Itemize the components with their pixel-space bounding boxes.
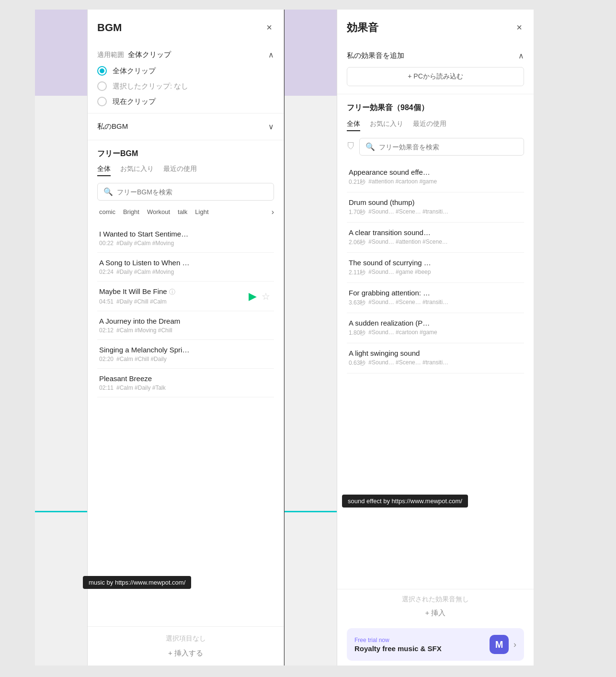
song-tags-5: #Calm #Chill #Daily [116,356,167,362]
bgm-tag-comic[interactable]: comic [97,207,117,216]
free-bgm-title: フリーBGM [97,149,274,159]
my-bgm-header[interactable]: 私のBGM ∨ [97,122,274,131]
sfx-duration-6: 1.80秒 [349,329,365,337]
scope-option-selected[interactable]: 選択したクリップ: なし [97,81,274,91]
sfx-meta-5: 3.63秒 #Sound… #Scene… #transiti… [349,299,522,307]
song-star-button-3[interactable]: ☆ [262,291,270,302]
sfx-item-4[interactable]: The sound of scurrying … 2.11秒 #Sound… #… [347,253,524,283]
promo-banner[interactable]: Free trial now Royalty free music & SFX … [347,628,524,661]
scope-section: 適用範囲 全体クリップ ∧ 全体クリップ 選択したクリップ: なし 現在クリップ [88,44,284,113]
song-item-5[interactable]: Singing a Melancholy Spri… 02:20 #Calm #… [97,340,274,369]
bgm-insert-button[interactable]: + 挿入する [168,649,203,658]
song-meta-6: 02:11 #Calm #Daily #Talk [99,384,272,391]
sfx-item-1[interactable]: Appearance sound effe… 0.21秒 #attention … [347,162,524,192]
scope-radio-all[interactable] [97,66,107,76]
sfx-meta-3: 2.06秒 #Sound… #attention #Scene… [349,238,522,247]
bgm-tab-recent[interactable]: 最近の使用 [163,165,197,176]
sfx-my-section: 私の効果音を追加 ∧ + PCから読み込む [337,44,534,94]
bgm-tabs: 全体 お気に入り 最近の使用 [97,165,274,176]
sfx-item-2[interactable]: Drum sound (thump) 1.70秒 #Sound… #Scene…… [347,192,524,223]
sfx-meta-4: 2.11秒 #Sound… #game #beep [349,269,522,277]
sfx-tab-favorites[interactable]: お気に入り [370,120,403,131]
sfx-duration-7: 0.63秒 [349,359,365,367]
sfx-meta-2: 1.70秒 #Sound… #Scene… #transiti… [349,208,522,216]
promo-arrow-icon[interactable]: › [513,640,516,650]
sfx-item-3[interactable]: A clear transition sound… 2.06秒 #Sound… … [347,223,524,253]
song-meta-2: 02:24 #Daily #Calm #Moving [99,269,272,275]
sfx-list: Appearance sound effe… 0.21秒 #attention … [347,162,524,589]
song-play-button-3[interactable]: ▶ [249,290,257,303]
sfx-footer: 選択された効果音無し + 挿入 [337,589,534,623]
song-item-2[interactable]: A Song to Listen to When … 02:24 #Daily … [97,253,274,282]
sfx-item-6[interactable]: A sudden realization (P… 1.80秒 #Sound… #… [347,313,524,343]
sfx-tabs: 全体 お気に入り 最近の使用 [347,120,524,131]
bgm-search-icon: 🔍 [103,187,113,196]
sfx-panel: 効果音 × 私の効果音を追加 ∧ + PCから読み込む フリー効果音（984個）… [337,10,534,666]
scope-radio-selected[interactable] [97,81,107,91]
sfx-duration-3: 2.06秒 [349,238,365,247]
scope-current-value: 全体クリップ [128,50,171,59]
sfx-filter-icon[interactable]: ⛉ [347,142,355,152]
sfx-pc-import-button[interactable]: + PCから読み込む [347,67,524,86]
song-time-4: 02:12 [99,327,114,334]
song-item-6[interactable]: Pleasant Breeze 02:11 #Calm #Daily #Talk [97,369,274,397]
song-time-1: 00:22 [99,240,114,247]
song-item-3[interactable]: Maybe It Will Be Fine ⓘ 04:51 #Daily #Ch… [97,282,274,311]
sfx-my-chevron[interactable]: ∧ [518,51,524,60]
song-item-1[interactable]: I Wanted to Start Sentime… 00:22 #Daily … [97,224,274,253]
right-bg-bar [285,511,337,512]
right-bg-purple [285,10,337,96]
song-title-1: I Wanted to Start Sentime… [99,230,272,238]
scope-header[interactable]: 適用範囲 全体クリップ ∧ [97,50,274,59]
sfx-free-title: フリー効果音（984個） [347,103,524,113]
scope-option-current[interactable]: 現在クリップ [97,97,274,106]
song-tags-6: #Calm #Daily #Talk [116,384,166,391]
sfx-title: 効果音 [347,21,378,35]
song-meta-3: 04:51 #Daily #Chill #Calm [99,298,272,305]
song-time-2: 02:24 [99,269,114,275]
bgm-tag-more-arrow[interactable]: › [272,208,274,216]
bgm-search-bar: 🔍 [97,183,274,201]
sfx-search-input[interactable] [379,143,518,151]
bgm-tag-light[interactable]: Light [193,207,210,216]
song-title-5: Singing a Melancholy Spri… [99,346,272,354]
bgm-close-button[interactable]: × [264,20,274,35]
scope-option-all[interactable]: 全体クリップ [97,66,274,76]
sfx-my-title: 私の効果音を追加 [347,51,404,60]
bgm-tag-workout[interactable]: Workout [145,207,172,216]
bgm-tag-bright[interactable]: Bright [121,207,141,216]
bgm-tag-talk[interactable]: talk [176,207,189,216]
my-bgm-section: 私のBGM ∨ [88,113,284,140]
scope-label: 適用範囲 [97,51,124,59]
sfx-close-button[interactable]: × [514,20,524,35]
bgm-tab-all[interactable]: 全体 [97,165,111,176]
scope-radio-current[interactable] [97,97,107,106]
sfx-tab-recent[interactable]: 最近の使用 [413,120,446,131]
song-title-6: Pleasant Breeze [99,374,272,383]
sfx-title-1: Appearance sound effe… [349,168,522,176]
sfx-tags-4: #Sound… #game #beep [368,269,431,277]
bgm-tags-row: comic Bright Workout talk Light › [97,207,274,216]
scope-label-current: 現在クリップ [113,97,156,106]
my-bgm-title: 私のBGM [97,122,128,131]
sfx-my-header[interactable]: 私の効果音を追加 ∧ [347,51,524,60]
scope-chevron[interactable]: ∧ [268,50,274,59]
promo-main-label: Royalty free music & SFX [354,644,485,653]
song-meta-5: 02:20 #Calm #Chill #Daily [99,356,272,362]
sfx-tooltip: sound effect by https://www.mewpot.com/ [342,495,468,508]
sfx-item-7[interactable]: A light swinging sound 0.63秒 #Sound… #Sc… [347,343,524,373]
my-bgm-chevron[interactable]: ∨ [268,122,274,131]
sfx-item-5[interactable]: For grabbing attention: … 3.63秒 #Sound… … [347,283,524,313]
song-meta-1: 00:22 #Daily #Calm #Moving [99,240,272,247]
song-meta-4: 02:12 #Calm #Moving #Chill [99,327,272,334]
sfx-tab-all[interactable]: 全体 [347,120,360,131]
song-tags-3: #Daily #Chill #Calm [116,298,167,305]
sfx-insert-button[interactable]: + 挿入 [425,609,446,618]
song-item-4[interactable]: A Journey into the Dream 02:12 #Calm #Mo… [97,311,274,340]
sfx-header: 効果音 × [337,10,534,44]
sfx-title-4: The sound of scurrying … [349,259,522,267]
sfx-meta-7: 0.63秒 #Sound… #Scene… #transiti… [349,359,522,367]
bgm-search-input[interactable] [117,188,268,196]
bgm-tab-favorites[interactable]: お気に入り [120,165,154,176]
bgm-header: BGM × [88,10,284,44]
